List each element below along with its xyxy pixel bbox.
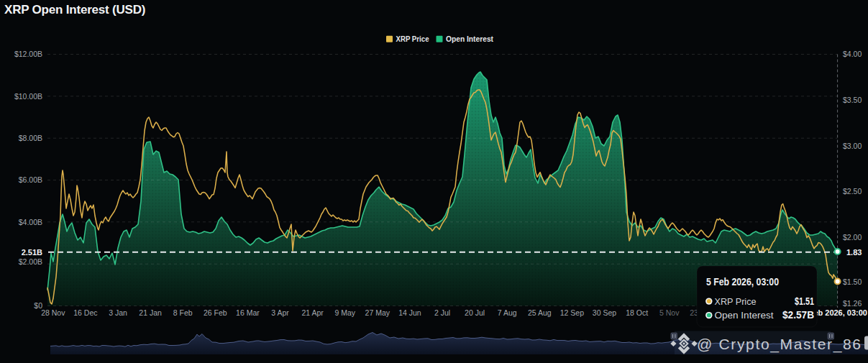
svg-text:1.83: 1.83	[846, 248, 862, 257]
svg-text:26 Feb: 26 Feb	[204, 308, 227, 317]
svg-text:20 Jul: 20 Jul	[465, 308, 485, 317]
svg-text:25 Aug: 25 Aug	[528, 308, 552, 317]
svg-text:21 Apr: 21 Apr	[301, 308, 324, 317]
svg-text:9 May: 9 May	[334, 308, 355, 317]
svg-text:8 Feb: 8 Feb	[173, 308, 193, 317]
svg-text:2.51B: 2.51B	[22, 248, 42, 257]
svg-text:30 Sep: 30 Sep	[593, 308, 616, 317]
svg-text:$1.51: $1.51	[795, 295, 814, 307]
svg-text:$12.00B: $12.00B	[14, 50, 42, 58]
svg-text:$3.00: $3.00	[843, 142, 862, 150]
svg-text:$2.57B: $2.57B	[782, 309, 814, 321]
svg-text:XRP Price: XRP Price	[715, 296, 757, 307]
svg-text:14 Jun: 14 Jun	[398, 308, 421, 317]
svg-text:12 Sep: 12 Sep	[560, 308, 584, 317]
svg-text:XRP Price: XRP Price	[396, 35, 429, 43]
svg-text:$1.50: $1.50	[843, 277, 862, 286]
svg-text:5 Feb 2026, 03:00: 5 Feb 2026, 03:00	[706, 275, 779, 288]
svg-text:$10.00B: $10.00B	[14, 92, 42, 101]
svg-text:21 Jan: 21 Jan	[139, 308, 162, 317]
svg-text:$8.00B: $8.00B	[19, 134, 42, 142]
svg-text:16 Dec: 16 Dec	[73, 308, 97, 317]
svg-text:Open Interest: Open Interest	[715, 310, 774, 321]
svg-text:28 Nov: 28 Nov	[41, 308, 65, 317]
svg-text:$2.00: $2.00	[843, 233, 862, 242]
svg-text:18 Oct: 18 Oct	[626, 308, 648, 317]
svg-text:16 Mar: 16 Mar	[236, 308, 260, 317]
svg-text:$2.00B: $2.00B	[19, 257, 42, 266]
svg-text:27 May: 27 May	[365, 308, 390, 317]
svg-text:3 Jan: 3 Jan	[109, 308, 127, 317]
svg-text:$3.50: $3.50	[843, 96, 862, 104]
svg-text:$6.00B: $6.00B	[19, 175, 42, 184]
svg-text:3 Apr: 3 Apr	[271, 308, 289, 317]
svg-text:Open Interest: Open Interest	[446, 35, 493, 43]
svg-text:$1.26: $1.26	[843, 299, 862, 308]
svg-text:XRP Open Interest (USD): XRP Open Interest (USD)	[4, 3, 145, 17]
svg-text:$2.50: $2.50	[843, 187, 862, 196]
svg-text:2 Jul: 2 Jul	[434, 308, 450, 317]
svg-text:7 Aug: 7 Aug	[498, 308, 517, 317]
svg-text:$4.00B: $4.00B	[19, 218, 42, 226]
svg-text:$4.00: $4.00	[843, 50, 862, 58]
svg-text:5 Nov: 5 Nov	[659, 308, 680, 317]
